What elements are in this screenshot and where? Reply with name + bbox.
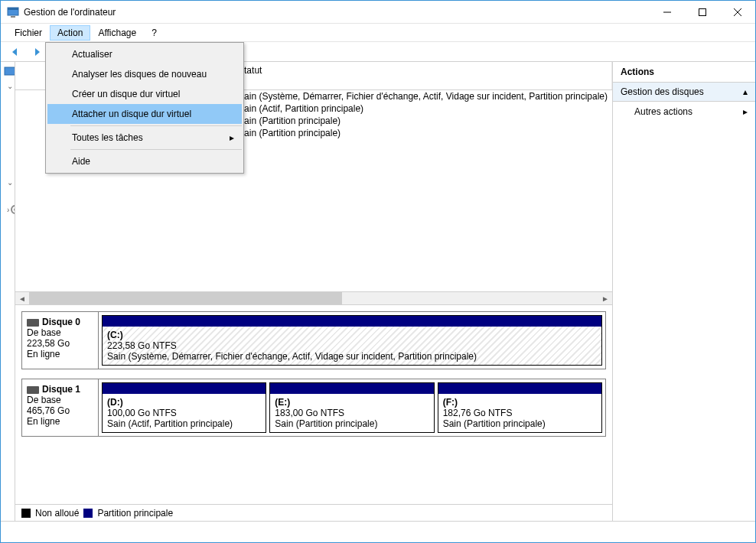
- titlebar: Gestion de l'ordinateur: [1, 1, 755, 24]
- legend-swatch-unallocated: [21, 509, 31, 518]
- tree-device-manager[interactable]: Gestionnaire de périphé: [1, 161, 15, 175]
- actions-more[interactable]: Autres actions ▸: [613, 102, 755, 122]
- scroll-left-icon[interactable]: ◄: [15, 294, 29, 303]
- svg-rect-2: [11, 16, 15, 18]
- disk-graphical-view: Disque 0De base223,58 GoEn ligne(C:)223,…: [15, 305, 612, 504]
- partition-status: Sain (Partition principale): [275, 418, 429, 429]
- tree-shared-folders[interactable]: ›: [1, 120, 15, 134]
- chevron-down-icon: ⌄: [7, 82, 13, 90]
- tree-services-apps[interactable]: › Services et applications: [1, 203, 15, 216]
- status-bar: [1, 521, 755, 542]
- tree-disk-management[interactable]: Gestion des disques: [1, 189, 15, 203]
- services-icon: [9, 203, 15, 216]
- disk-size: 223,58 Go: [27, 338, 93, 349]
- chevron-right-icon: ▸: [743, 106, 748, 117]
- tree-event-viewer[interactable]: ›: [1, 106, 15, 120]
- partition-letter: (C:): [107, 330, 597, 340]
- disk-icon: [27, 386, 39, 394]
- svg-rect-4: [699, 8, 706, 15]
- menu-file[interactable]: Fichier: [7, 25, 50, 41]
- partition[interactable]: (C:)223,58 Go NTFSSain (Système, Démarre…: [102, 315, 602, 366]
- app-icon: [7, 6, 19, 18]
- partition-size: 182,76 Go NTFS: [443, 408, 597, 418]
- partition-status: Sain (Actif, Partition principale): [107, 418, 261, 429]
- disk-row: Disque 1De base465,76 GoEn ligne(D:)100,…: [21, 379, 606, 437]
- partition-letter: (F:): [443, 397, 597, 408]
- partition[interactable]: (D:)100,00 Go NTFSSain (Actif, Partition…: [102, 382, 266, 433]
- scroll-right-icon[interactable]: ►: [598, 294, 612, 303]
- svg-rect-7: [5, 67, 15, 75]
- legend-primary: Partition principale: [97, 508, 173, 519]
- disk-type: De base: [27, 327, 93, 338]
- action-rescan[interactable]: Analyser les disques de nouveau: [47, 64, 242, 84]
- forward-button[interactable]: [28, 44, 45, 60]
- col-status[interactable]: Statut: [233, 62, 612, 89]
- minimize-button[interactable]: [650, 1, 685, 24]
- legend-unallocated: Non alloué: [35, 508, 79, 519]
- tree-storage[interactable]: ⌄ Stockage: [1, 175, 15, 189]
- window-title: Gestion de l'ordinateur: [24, 7, 650, 18]
- disk-state: En ligne: [27, 416, 93, 427]
- legend-swatch-primary: [83, 509, 93, 518]
- disk-row: Disque 0De base223,58 GoEn ligne(C:)223,…: [21, 311, 606, 369]
- disk-type: De base: [27, 395, 93, 405]
- tree-performance[interactable]: ›: [1, 148, 15, 161]
- menu-help[interactable]: ?: [144, 25, 165, 41]
- menu-action[interactable]: Action: [50, 25, 90, 41]
- disk-icon: [27, 319, 39, 327]
- partition-status: Sain (Système, Démarrer, Fichier d'échan…: [107, 351, 597, 362]
- partition-size: 223,58 Go NTFS: [107, 340, 597, 351]
- back-button[interactable]: [7, 44, 24, 60]
- partition-size: 183,00 Go NTFS: [275, 408, 429, 418]
- action-all-tasks[interactable]: Toutes les tâches: [47, 128, 242, 148]
- tree-users-groups[interactable]: ›: [1, 134, 15, 148]
- disk-name: Disque 1: [42, 384, 80, 395]
- actions-header: Actions: [613, 62, 755, 83]
- action-refresh[interactable]: Actualiser: [47, 44, 242, 64]
- tree-system-tools[interactable]: ⌄ O: [1, 79, 15, 93]
- partition[interactable]: (F:)182,76 Go NTFSSain (Partition princi…: [438, 382, 602, 433]
- horizontal-scrollbar[interactable]: ◄ ►: [15, 291, 612, 305]
- menu-view[interactable]: Affichage: [90, 25, 144, 41]
- collapse-icon: ▴: [743, 86, 748, 97]
- chevron-down-icon: ⌄: [7, 178, 13, 187]
- partition-letter: (E:): [275, 397, 429, 408]
- disk-size: 465,76 Go: [27, 405, 93, 416]
- menubar: Fichier Action Affichage ? Actualiser An…: [1, 24, 755, 42]
- partition[interactable]: (E:)183,00 Go NTFSSain (Partition princi…: [269, 382, 434, 433]
- partition-status: Sain (Partition principale): [443, 418, 597, 429]
- disk-state: En ligne: [27, 349, 93, 359]
- close-button[interactable]: [720, 1, 755, 24]
- action-create-vhd[interactable]: Créer un disque dur virtuel: [47, 84, 242, 104]
- action-help[interactable]: Aide: [47, 151, 242, 171]
- legend: Non alloué Partition principale: [15, 504, 612, 521]
- partition-size: 100,00 Go NTFS: [107, 408, 261, 418]
- maximize-button[interactable]: [685, 1, 720, 24]
- action-attach-vhd[interactable]: Attacher un disque dur virtuel: [47, 104, 242, 124]
- disk-name: Disque 0: [42, 317, 80, 327]
- actions-section[interactable]: Gestion des disques ▴: [613, 83, 755, 102]
- nav-tree: Gestion de l'ordinateur ⌄ O › › › ›: [1, 62, 15, 521]
- svg-rect-1: [8, 8, 18, 10]
- actions-pane: Actions Gestion des disques ▴ Autres act…: [613, 62, 755, 521]
- scrollbar-thumb[interactable]: [29, 292, 342, 304]
- action-dropdown: Actualiser Analyser les disques de nouve…: [45, 42, 244, 174]
- tree-root[interactable]: Gestion de l'ordinateur: [1, 65, 15, 79]
- tree-task-scheduler[interactable]: ›: [1, 93, 15, 106]
- computer-mgmt-icon: [4, 66, 15, 78]
- partition-letter: (D:): [107, 397, 261, 408]
